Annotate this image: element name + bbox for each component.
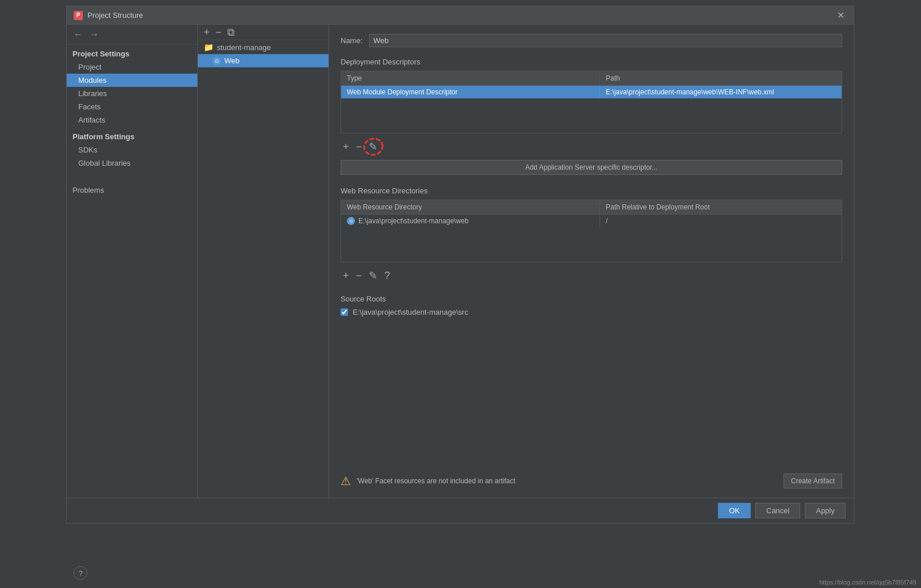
th-type: Type — [341, 71, 600, 85]
wr-empty-area — [341, 227, 842, 262]
title-bar: P Project Structure ✕ — [67, 6, 854, 25]
sidebar-item-modules-label: Modules — [78, 76, 106, 85]
name-label: Name: — [341, 36, 364, 45]
dialog-title: Project Structure — [87, 11, 143, 20]
tree-toolbar: + − ⧉ — [198, 25, 328, 40]
table-empty-area — [341, 98, 842, 133]
tree-add-button[interactable]: + — [202, 27, 211, 37]
sidebar-item-artifacts-label: Artifacts — [78, 116, 105, 124]
wr-edit-button[interactable]: ✎ — [366, 269, 380, 282]
mini-edit-button[interactable]: ✎ — [366, 140, 380, 153]
sidebar-nav: ← → — [67, 25, 197, 45]
deployment-descriptors-title: Deployment Descriptors — [341, 58, 842, 66]
mini-toolbar-descriptors: + − ✎ — [341, 138, 842, 155]
mini-add-button[interactable]: + — [341, 140, 351, 153]
sidebar-item-problems[interactable]: Problems — [67, 181, 197, 197]
source-root-path: E:\java\project\student-manage\src — [353, 308, 468, 316]
source-root-row: E:\java\project\student-manage\src — [341, 308, 842, 316]
wr-table-header: Web Resource Directory Path Relative to … — [341, 200, 842, 215]
warning-text: 'Web' Facet resources are not included i… — [357, 477, 778, 485]
wr-help-button[interactable]: ? — [382, 269, 392, 282]
source-roots-title: Source Roots — [341, 295, 842, 303]
web-resource-table: Web Resource Directory Path Relative to … — [341, 200, 842, 262]
sidebar-item-problems-label: Problems — [72, 186, 104, 194]
sidebar-item-libraries-label: Libraries — [78, 89, 107, 98]
wr-dir-label-0: E:\java\project\student-manage\web — [358, 217, 468, 225]
tree-item-web-label: Web — [224, 56, 240, 65]
sidebar-item-project-label: Project — [78, 63, 101, 71]
watermark: https://blog.csdn.net/qq5b7f85f749 — [819, 579, 916, 586]
add-descriptor-button[interactable]: Add Application Server specific descript… — [341, 160, 842, 175]
tree-item-web[interactable]: ⊙ Web — [198, 54, 328, 67]
sidebar-item-global-libraries-label: Global Libraries — [78, 159, 131, 167]
tree-copy-button[interactable]: ⧉ — [226, 27, 236, 37]
sidebar-item-libraries[interactable]: Libraries — [67, 87, 197, 100]
sidebar-item-sdks-label: SDKs — [78, 146, 97, 154]
dialog-footer: OK Cancel Apply — [67, 498, 854, 523]
folder-icon: 📁 — [204, 43, 213, 52]
warning-bar: ⚠ 'Web' Facet resources are not included… — [341, 468, 842, 488]
table-row-0[interactable]: Web Module Deployment Descriptor E:\java… — [341, 86, 842, 98]
name-row: Name: — [341, 34, 842, 47]
sidebar: ← → Project Settings Project Modules Lib… — [67, 25, 198, 498]
wr-add-button[interactable]: + — [341, 269, 351, 282]
deployment-descriptors-table: Type Path Web Module Deployment Descript… — [341, 71, 842, 133]
close-button[interactable]: ✕ — [835, 10, 847, 21]
sidebar-item-artifacts[interactable]: Artifacts — [67, 113, 197, 127]
td-type-0: Web Module Deployment Descriptor — [341, 86, 600, 98]
wr-td-path-0: / — [600, 215, 842, 227]
pencil-circle-svg — [363, 136, 384, 157]
table-header: Type Path — [341, 71, 842, 86]
sidebar-item-facets-label: Facets — [78, 102, 101, 111]
wr-th-path: Path Relative to Deployment Root — [600, 200, 842, 214]
detail-panel: Name: Deployment Descriptors Type Path W… — [329, 25, 854, 498]
sidebar-item-facets[interactable]: Facets — [67, 100, 197, 113]
tree-remove-button[interactable]: − — [215, 27, 223, 37]
tree-item-student-manage[interactable]: 📁 student-manage — [198, 40, 328, 54]
source-roots-section: Source Roots E:\java\project\student-man… — [341, 295, 842, 326]
cancel-button[interactable]: Cancel — [755, 503, 800, 518]
wr-dir-icon: ⊙ — [347, 217, 355, 225]
source-root-checkbox[interactable] — [341, 308, 348, 316]
sidebar-item-modules[interactable]: Modules — [67, 74, 197, 87]
wr-th-dir: Web Resource Directory — [341, 200, 600, 214]
tree-item-student-manage-label: student-manage — [217, 43, 271, 52]
project-settings-header: Project Settings — [67, 45, 197, 60]
tree-panel: + − ⧉ 📁 student-manage ⊙ Web — [198, 25, 329, 498]
ok-button[interactable]: OK — [718, 503, 751, 518]
app-icon: P — [74, 11, 83, 20]
wr-row-0[interactable]: ⊙ E:\java\project\student-manage\web / — [341, 215, 842, 227]
warning-icon: ⚠ — [341, 474, 351, 488]
web-icon: ⊙ — [213, 57, 221, 65]
web-resource-directories-title: Web Resource Directories — [341, 186, 842, 195]
back-button[interactable]: ← — [71, 28, 85, 41]
wr-remove-button[interactable]: − — [354, 269, 365, 282]
title-bar-left: P Project Structure — [74, 11, 143, 20]
svg-point-0 — [363, 137, 384, 156]
sidebar-item-project[interactable]: Project — [67, 60, 197, 74]
apply-button[interactable]: Apply — [805, 503, 846, 518]
name-input[interactable] — [369, 34, 842, 47]
mini-toolbar-wr: + − ✎ ? — [341, 267, 842, 284]
forward-button[interactable]: → — [87, 28, 101, 41]
wr-td-dir-0: ⊙ E:\java\project\student-manage\web — [341, 215, 600, 227]
create-artifact-button[interactable]: Create Artifact — [784, 474, 842, 488]
sidebar-item-sdks[interactable]: SDKs — [67, 143, 197, 156]
th-path: Path — [600, 71, 842, 85]
project-structure-dialog: P Project Structure ✕ ← → Project Settin… — [66, 6, 854, 524]
help-button[interactable]: ? — [74, 566, 87, 580]
sidebar-item-global-libraries[interactable]: Global Libraries — [67, 156, 197, 170]
platform-settings-header: Platform Settings — [67, 127, 197, 143]
main-content: ← → Project Settings Project Modules Lib… — [67, 25, 854, 498]
td-path-0: E:\java\project\student-manage\web\WEB-I… — [600, 86, 842, 98]
